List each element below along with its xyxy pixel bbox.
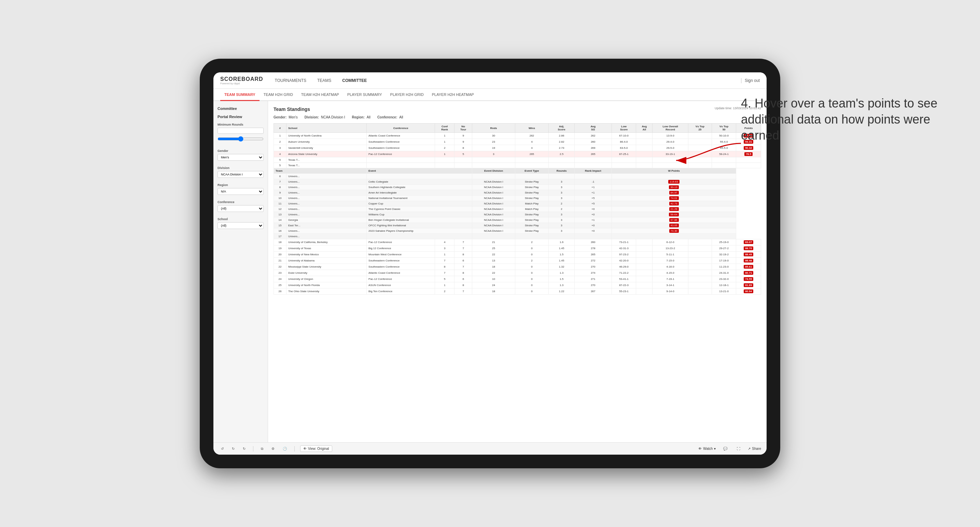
select-region[interactable]: N/A: [218, 188, 264, 195]
tooltip-data-row[interactable]: 12 Univers... The Cypress Point Classic …: [274, 206, 761, 212]
cell-conference: Atlantic Coast Conference: [367, 133, 435, 139]
th-vs-top25: Vs Top25: [688, 124, 712, 133]
cell-conf-rank: 1: [435, 133, 455, 139]
share-icon: ↗: [748, 447, 751, 451]
nav-tournaments[interactable]: TOURNAMENTS: [274, 72, 308, 89]
cell-adj-score: 2.73: [549, 145, 575, 151]
cell-conference: Pac-12 Conference: [367, 151, 435, 157]
select-division[interactable]: NCAA Division I: [218, 171, 264, 178]
view-icon: 👁: [303, 447, 307, 451]
filter-region: Region: All: [352, 115, 371, 119]
input-min-rounds[interactable]: [218, 128, 264, 134]
th-rank: #: [274, 124, 286, 133]
toolbar-redo[interactable]: ↻: [230, 446, 237, 451]
table-row[interactable]: 23 Duke University Atlantic Coast Confer…: [274, 270, 761, 276]
tooltip-data-row[interactable]: 8 Univers... Southern Highlands Collegia…: [274, 185, 761, 190]
toolbar-undo[interactable]: ↺: [219, 446, 226, 451]
table-row[interactable]: 20 University of New Mexico Mountain Wes…: [274, 252, 761, 258]
th-wins: Wins: [515, 124, 549, 133]
label-conference: Conference: [218, 200, 264, 204]
cell-school: University of North Carolina: [286, 133, 366, 139]
tooltip-data-row[interactable]: 6 Univers...: [274, 174, 761, 179]
cell-low-score: 63-5-0: [612, 145, 636, 151]
subnav-player-h2h-heatmap[interactable]: PLAYER H2H HEATMAP: [428, 89, 478, 101]
table-row[interactable]: 18 University of California, Berkeley Pa…: [274, 239, 761, 245]
toolbar-sep-1: [253, 446, 253, 452]
nav-teams[interactable]: TEAMS: [316, 72, 332, 89]
th-school: School: [286, 124, 366, 133]
logo-sub: Powered by clippd: [220, 82, 263, 85]
tooltip-data-row[interactable]: 17 Univers...: [274, 234, 761, 239]
toolbar-clock[interactable]: 🕐: [281, 446, 289, 451]
share-button[interactable]: ↗ Share: [748, 447, 761, 451]
toolbar-comment[interactable]: 💬: [721, 446, 729, 451]
filter-gender: Gender: Men's: [274, 115, 298, 119]
cell-rnds: 30: [472, 133, 515, 139]
tablet-shell: SCOREBOARD Powered by clippd TOURNAMENTS…: [200, 59, 780, 468]
sidebar-min-rounds: Minimum Rounds: [218, 123, 264, 144]
tablet-screen: SCOREBOARD Powered by clippd TOURNAMENTS…: [213, 72, 767, 455]
subnav-team-h2h-heatmap[interactable]: TEAM H2H HEATMAP: [297, 89, 343, 101]
watch-button[interactable]: 👁 Watch ▾: [698, 447, 716, 451]
cell-rank: 2: [274, 139, 286, 145]
select-conference[interactable]: (All): [218, 205, 264, 212]
table-row[interactable]: 19 University of Texas Big 12 Conference…: [274, 245, 761, 252]
label-gender: Gender: [218, 149, 264, 152]
cell-no-tour: [454, 157, 472, 163]
tooltip-data-row[interactable]: 16 Univers... 2023 Sahalee Players Champ…: [274, 229, 761, 234]
nav-committee[interactable]: COMMITTEE: [341, 72, 368, 89]
toolbar-settings[interactable]: ⚙: [269, 446, 277, 451]
cell-rnds: 19: [472, 145, 515, 151]
tooltip-th-division: Event Division: [472, 168, 515, 174]
table-row[interactable]: 25 University of North Florida ASUN Conf…: [274, 282, 761, 289]
tooltip-th-event: Event: [367, 168, 472, 174]
cell-adj-score: [549, 157, 575, 163]
filter-row: Gender: Men's Division: NCAA Division I …: [274, 115, 761, 119]
tooltip-data-row[interactable]: 13 Univers... Williams Cup NCAA Division…: [274, 212, 761, 217]
watch-label: Watch: [703, 447, 713, 451]
filter-conference-value: All: [399, 115, 403, 119]
table-row[interactable]: 22 Mississippi State University Southeas…: [274, 264, 761, 270]
top-nav: SCOREBOARD Powered by clippd TOURNAMENTS…: [213, 72, 767, 89]
subnav-team-summary[interactable]: TEAM SUMMARY: [220, 89, 259, 101]
th-low-score: LowScore: [612, 124, 636, 133]
nav-divider: |: [741, 78, 742, 84]
toolbar-copy[interactable]: ⧉: [259, 446, 265, 452]
cell-conf-rank: 2: [435, 145, 455, 151]
cell-low-score: 87-25-1: [612, 151, 636, 157]
th-avg-sg: AvgSG: [574, 124, 612, 133]
label-min-rounds: Minimum Rounds: [218, 123, 264, 126]
table-header-row: # School Conference ConfRank NoTour Rnds…: [274, 124, 761, 133]
tooltip-data-row[interactable]: 14 Georgia Ben Hogan Collegiate Invitati…: [274, 217, 761, 223]
tooltip-data-row[interactable]: 7 Univers... Celtic Collegiate NCAA Divi…: [274, 179, 761, 185]
th-conf-rank: ConfRank: [435, 124, 455, 133]
filter-conference-label: Conference:: [377, 115, 397, 119]
subnav-player-summary[interactable]: PLAYER SUMMARY: [343, 89, 386, 101]
sidebar-gender: Gender Men's: [218, 149, 264, 161]
cell-no-tour: 5: [454, 151, 472, 157]
tooltip-data-row[interactable]: 9 Univers... Amer Ari Intercollegiate NC…: [274, 190, 761, 195]
select-gender[interactable]: Men's: [218, 154, 264, 161]
subnav-player-h2h-grid[interactable]: PLAYER H2H GRID: [386, 89, 428, 101]
tooltip-data-row[interactable]: 11 Univers... Copper Cup NCAA Division I…: [274, 201, 761, 206]
cell-rank: 4: [274, 151, 286, 157]
subnav-team-h2h-grid[interactable]: TEAM H2H GRID: [259, 89, 297, 101]
view-button[interactable]: 👁 View: Original: [300, 445, 332, 452]
toolbar-right: 👁 Watch ▾ 💬 ⛶ ↗ Share: [698, 446, 761, 451]
toolbar-fullscreen[interactable]: ⛶: [735, 446, 742, 451]
cell-avg-sg: [574, 157, 612, 163]
cell-wins: 265: [515, 151, 549, 157]
cell-conf-rank: 1: [435, 139, 455, 145]
tooltip-data-row[interactable]: 10 Univers... National Invitational Tour…: [274, 195, 761, 201]
cell-no-tour: 9: [454, 133, 472, 139]
cell-avg-all: [636, 157, 652, 163]
table-row[interactable]: 26 The Ohio State University Big Ten Con…: [274, 289, 761, 295]
table-row[interactable]: 24 University of Oregon Pac-12 Conferenc…: [274, 276, 761, 282]
table-row[interactable]: 21 University of Alabama Southeastern Co…: [274, 258, 761, 264]
logo-area: SCOREBOARD Powered by clippd: [220, 76, 263, 85]
input-min-rounds-2[interactable]: [218, 135, 264, 143]
sign-out-link[interactable]: Sign out: [745, 78, 760, 83]
select-school[interactable]: (All): [218, 222, 264, 229]
tooltip-data-row[interactable]: 15 East Ter... OFCC Fighting Illini Invi…: [274, 223, 761, 229]
toolbar-refresh[interactable]: ↻: [241, 446, 248, 451]
